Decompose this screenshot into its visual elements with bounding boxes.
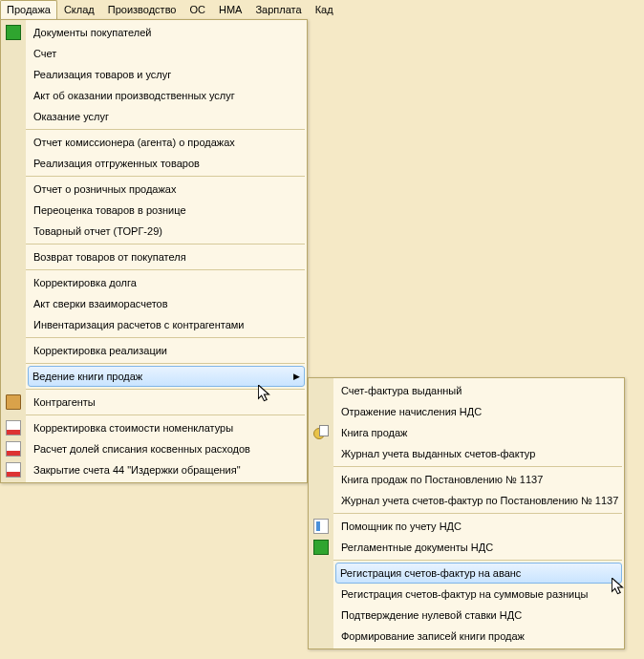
menu-item-label: Закрытие счета 44 "Издержки обращения" (26, 464, 307, 476)
menu-item[interactable]: Корректировка долга (26, 272, 307, 293)
menu-item-label: Отражение начисления НДС (333, 406, 624, 417)
icon-slot (1, 392, 26, 413)
separator (26, 129, 305, 130)
icon-slot (309, 443, 333, 464)
menubar-item[interactable]: Продажа (0, 0, 57, 19)
menu-item[interactable]: Счет-фактура выданный (333, 380, 624, 401)
menu-item[interactable]: Журнал учета счетов-фактур по Постановле… (333, 490, 624, 511)
separator (26, 337, 305, 338)
menu-item-label: Ведение книги продаж (27, 371, 289, 382)
menubar-item[interactable]: НМА (212, 0, 248, 19)
icon-slot (309, 422, 333, 443)
icon-slot (309, 401, 333, 422)
menu-item-label: Счет-фактура выданный (333, 385, 624, 396)
icon-slot (1, 314, 26, 335)
menu-item-label: Корректировка долга (26, 277, 307, 288)
menu-item[interactable]: Реализация товаров и услуг (26, 64, 307, 85)
green-icon (313, 540, 329, 555)
menubar-item[interactable]: Производство (101, 0, 183, 19)
dropdown-sub: Счет-фактура выданныйОтражение начислени… (308, 377, 625, 649)
menu-item-label: Подтверждение нулевой ставки НДС (333, 609, 624, 621)
menu-item-label: Возврат товаров от покупателя (26, 251, 307, 263)
menu-item[interactable]: Регистрация счетов-фактур на аванс (335, 563, 622, 584)
menubar-item[interactable]: Кад (309, 0, 340, 19)
menu-item[interactable]: Формирование записей книги продаж (333, 626, 624, 647)
menubar-item[interactable]: Зарплата (248, 0, 308, 19)
menu-item[interactable]: Документы покупателей (26, 22, 307, 43)
coin-icon (313, 425, 329, 440)
menu-item-label: Документы покупателей (26, 27, 307, 38)
icon-slot (1, 43, 26, 64)
icon-slot (310, 563, 334, 584)
menu-item[interactable]: Инвентаризация расчетов с контрагентами (26, 314, 307, 335)
icon-slot (309, 516, 333, 537)
icon-slot (1, 85, 26, 106)
icon-slot (1, 272, 26, 293)
menu-item-label: Корректировка стоимости номенклатуры (26, 422, 307, 434)
icon-slot (1, 340, 26, 361)
icon-slot (1, 438, 26, 459)
icon-slot (309, 605, 333, 626)
icon-slot (309, 469, 333, 490)
menu-item-label: Журнал учета счетов-фактур по Постановле… (333, 495, 624, 506)
cal-icon (6, 441, 21, 457)
menu-item[interactable]: Корректировка реализации (26, 340, 307, 361)
menu-item[interactable]: Отчет комиссионера (агента) о продажах (26, 132, 307, 153)
menu-item-label: Регламентные документы НДС (333, 542, 624, 553)
icon-slot (1, 132, 26, 153)
menu-item[interactable]: Товарный отчет (ТОРГ-29) (26, 221, 307, 242)
menu-item[interactable]: Корректировка стоимости номенклатуры (26, 417, 307, 438)
separator (333, 513, 622, 514)
menu-item-label: Оказание услуг (26, 111, 307, 122)
menu-item-label: Отчет комиссионера (агента) о продажах (26, 137, 307, 148)
folder-icon (6, 394, 21, 410)
icon-slot (1, 22, 26, 43)
icon-slot (309, 537, 333, 558)
menu-item[interactable]: Возврат товаров от покупателя (26, 246, 307, 267)
submenu-arrow-icon: ▶ (289, 372, 304, 381)
menu-item[interactable]: Оказание услуг (26, 106, 307, 127)
menu-item[interactable]: Счет (26, 43, 307, 64)
icon-slot (1, 200, 26, 221)
green-icon (6, 25, 21, 40)
icon-slot (1, 459, 26, 480)
icon-slot (1, 246, 26, 267)
menu-item-label: Счет (26, 48, 307, 59)
menu-item-label: Помощник по учету НДС (333, 521, 624, 532)
menu-item[interactable]: Регистрация счетов-фактур на суммовые ра… (333, 584, 624, 605)
icon-slot (309, 380, 333, 401)
menubar-item[interactable]: Склад (57, 0, 101, 19)
menu-item-label: Реализация товаров и услуг (26, 69, 307, 80)
menu-item[interactable]: Подтверждение нулевой ставки НДС (333, 605, 624, 626)
menubar-item[interactable]: ОС (183, 0, 213, 19)
menu-item[interactable]: Реализация отгруженных товаров (26, 153, 307, 174)
separator (26, 269, 305, 270)
menu-item[interactable]: Закрытие счета 44 "Издержки обращения" (26, 459, 307, 480)
icon-slot (1, 153, 26, 174)
separator (333, 560, 622, 561)
menu-item[interactable]: Отчет о розничных продажах (26, 179, 307, 200)
menu-item[interactable]: Книга продаж по Постановлению № 1137 (333, 469, 624, 490)
wiz-icon (313, 519, 329, 534)
menu-item[interactable]: Переоценка товаров в рознице (26, 200, 307, 221)
cursor-icon (258, 385, 271, 404)
menubar: ПродажаСкладПроизводствоОСНМАЗарплатаКад (0, 0, 644, 19)
cal-icon (6, 420, 21, 436)
menu-item[interactable]: Регламентные документы НДС (333, 537, 624, 558)
menu-item[interactable]: Журнал учета выданных счетов-фактур (333, 443, 624, 464)
menu-item-label: Переоценка товаров в рознице (26, 204, 307, 216)
menu-item[interactable]: Помощник по учету НДС (333, 516, 624, 537)
icon-slot (309, 584, 333, 605)
separator (26, 176, 305, 177)
menu-item-label: Регистрация счетов-фактур на суммовые ра… (333, 588, 624, 600)
icon-slot (309, 490, 333, 511)
menu-item[interactable]: Отражение начисления НДС (333, 401, 624, 422)
menu-item[interactable]: Акт сверки взаиморасчетов (26, 293, 307, 314)
menu-item-label: Акт сверки взаиморасчетов (26, 298, 307, 309)
menu-item[interactable]: Расчет долей списания косвенных расходов (26, 438, 307, 459)
separator (26, 415, 305, 415)
menu-item[interactable]: Акт об оказании производственных услуг (26, 85, 307, 106)
menu-item[interactable]: Ведение книги продаж▶ (28, 366, 305, 387)
cursor-icon (612, 578, 625, 597)
menu-item[interactable]: Книга продаж (333, 422, 624, 443)
